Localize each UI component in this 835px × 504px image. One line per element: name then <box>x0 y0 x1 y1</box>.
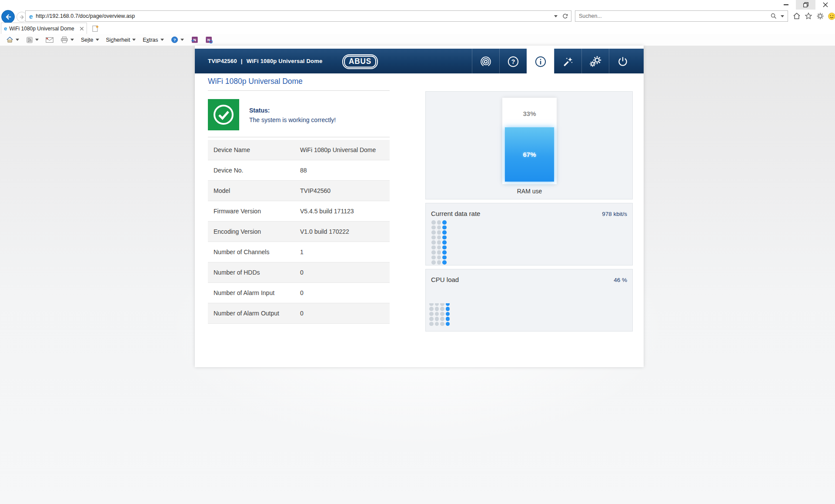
nav-settings-button[interactable] <box>581 49 609 74</box>
tab-overview[interactable]: e WiFi 1080p Universal Dome <box>1 23 87 34</box>
menu-page[interactable]: Seite <box>79 36 101 44</box>
cpu-load-gauge <box>429 303 450 326</box>
divider <box>208 137 390 137</box>
live-view-icon <box>480 56 491 67</box>
nav-info-button[interactable] <box>527 49 554 74</box>
feeds-menu-button[interactable] <box>24 36 40 44</box>
mail-icon <box>46 37 53 43</box>
read-mail-button[interactable] <box>44 36 55 44</box>
table-row: Number of Channels1 <box>208 242 390 262</box>
back-button[interactable] <box>1 10 15 23</box>
window-titlebar[interactable] <box>0 0 835 10</box>
info-label: Number of Alarm Output <box>208 310 300 317</box>
settings-gear-icon[interactable] <box>816 12 825 20</box>
feedback-smiley-icon[interactable] <box>828 12 835 20</box>
data-rate-panel: Current data rate 978 kbit/s <box>425 203 633 265</box>
minimize-icon <box>784 4 788 5</box>
new-tab-button[interactable] <box>90 24 101 33</box>
device-model: TVIP42560 <box>208 58 237 64</box>
abus-logo-text: ABUS <box>344 56 376 67</box>
nav-help-button[interactable]: ? <box>499 49 527 74</box>
gauge-dot <box>431 225 436 230</box>
print-dropdown-icon[interactable] <box>70 39 74 41</box>
info-icon <box>535 56 546 67</box>
gauge-dot <box>435 303 439 306</box>
table-row: Firmware VersionV5.4.5 build 171123 <box>208 201 390 222</box>
help-dropdown-icon[interactable] <box>180 39 184 41</box>
gauge-history-column <box>429 303 434 326</box>
ram-free-segment: 33% <box>505 100 554 127</box>
menu-extras[interactable]: Extras <box>141 36 165 44</box>
gauge-dot <box>440 307 444 311</box>
info-value: 0 <box>300 310 390 317</box>
home-menu-button[interactable] <box>4 35 21 44</box>
info-label: Firmware Version <box>208 208 300 215</box>
menu-page-label: Seite <box>81 37 94 43</box>
wizard-wand-icon <box>562 56 574 67</box>
gauge-dot <box>435 307 439 311</box>
send-to-onenote-button[interactable]: N <box>189 35 200 44</box>
gauge-dot <box>442 220 447 225</box>
window-close-button[interactable] <box>815 0 835 10</box>
device-header-title: TVIP42560 | WiFi 1080p Universal Dome <box>208 49 322 73</box>
info-value: TVIP42560 <box>300 187 390 194</box>
navigation-bar: e http://192.168.0.7/doc/page/overview.a… <box>0 10 835 23</box>
nav-live-view-button[interactable] <box>472 49 499 74</box>
abus-logo: ABUS <box>342 54 378 69</box>
forward-arrow-icon <box>19 14 25 20</box>
data-rate-label: Current data rate <box>431 210 480 217</box>
status-ok-icon <box>208 99 239 130</box>
nav-power-button[interactable] <box>609 49 636 74</box>
gauge-dot <box>429 307 434 311</box>
gauge-dot <box>442 255 447 260</box>
print-menu-button[interactable] <box>59 36 76 44</box>
menu-security[interactable]: Sicherheit <box>104 36 138 44</box>
refresh-icon[interactable] <box>562 13 568 20</box>
gauge-history-column <box>431 220 436 265</box>
device-info-table: Device NameWiFi 1080p Universal DomeDevi… <box>208 140 390 324</box>
gauge-dot <box>446 307 450 311</box>
gauge-dot <box>431 255 436 260</box>
info-value: V5.4.5 build 171123 <box>300 208 390 215</box>
address-url: http://192.168.0.7/doc/page/overview.asp <box>36 13 551 19</box>
gauge-dot <box>437 240 441 245</box>
gauge-history-column <box>440 303 444 326</box>
info-value: WiFi 1080p Universal Dome <box>300 146 390 153</box>
tab-close-icon[interactable] <box>80 27 84 31</box>
onenote-linked-notes-icon: N <box>205 36 213 43</box>
onenote-linked-notes-button[interactable]: N <box>204 35 214 44</box>
nav-wizard-button[interactable] <box>554 49 581 74</box>
gauge-dot <box>442 235 447 240</box>
feeds-dropdown-icon[interactable] <box>35 39 39 41</box>
cpu-load-label: CPU load <box>431 276 459 283</box>
settings-gears-icon <box>589 56 601 68</box>
search-box[interactable]: Suchen... <box>575 10 788 22</box>
home-icon[interactable] <box>792 12 801 20</box>
close-icon <box>823 2 828 7</box>
gauge-dot <box>429 317 434 321</box>
home-dropdown-icon[interactable] <box>16 39 19 41</box>
page-title: WiFi 1080p Universal Dome <box>208 77 303 86</box>
info-label: Encoding Version <box>208 228 300 235</box>
address-dropdown-icon[interactable] <box>554 15 558 17</box>
favorites-star-icon[interactable] <box>804 12 813 20</box>
printer-icon <box>60 36 68 43</box>
search-dropdown-icon[interactable] <box>781 15 784 17</box>
address-bar[interactable]: e http://192.168.0.7/doc/page/overview.a… <box>25 10 571 22</box>
page-viewport: TVIP42560 | WiFi 1080p Universal Dome AB… <box>0 46 835 504</box>
gauge-dot <box>446 303 450 306</box>
gauge-dot <box>431 260 436 265</box>
search-icon[interactable] <box>770 13 777 20</box>
table-row: Encoding VersionV1.0 build 170222 <box>208 222 390 242</box>
info-value: V1.0 build 170222 <box>300 228 390 235</box>
table-row: Number of Alarm Output0 <box>208 303 390 324</box>
table-row: Device NameWiFi 1080p Universal Dome <box>208 140 390 160</box>
ram-free-percent: 33% <box>523 110 536 117</box>
gauge-dot <box>442 250 447 255</box>
help-menu-button[interactable]: ? <box>169 35 186 44</box>
gauge-dot <box>437 235 441 240</box>
info-value: 0 <box>300 269 390 276</box>
gauge-dot <box>440 322 444 326</box>
window-restore-button[interactable] <box>796 0 815 10</box>
window-minimize-button[interactable] <box>776 0 796 10</box>
